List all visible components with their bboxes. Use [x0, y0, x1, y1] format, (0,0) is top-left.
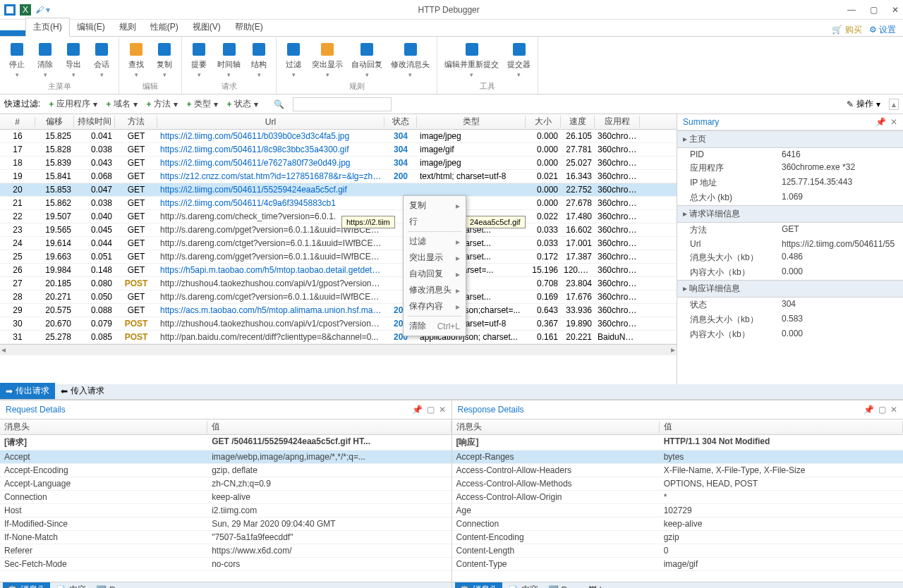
table-row[interactable]: 3125.2780.085POSThttp://pan.baidu.com/re… [0, 331, 677, 344]
filter-method[interactable]: +方法 ▾ [146, 98, 178, 110]
filter-app[interactable]: +应用程序 ▾ [49, 98, 97, 110]
ribbon-button[interactable]: 结构▾ [246, 39, 272, 80]
req-col-header[interactable]: 消息头 [0, 421, 207, 433]
context-menu-item[interactable]: 行 [405, 214, 464, 230]
grid-body[interactable]: 1615.8250.041GEThttps://i2.tiimg.com/504… [0, 130, 677, 344]
col-app[interactable]: 应用程 [595, 116, 640, 128]
tab-content[interactable]: 📄 内容 [504, 582, 543, 588]
table-row[interactable]: 2720.1850.080POSThttp://zhushou4.taokezh… [0, 277, 677, 290]
close-icon[interactable]: ✕ [890, 405, 897, 415]
ribbon-button[interactable]: 过滤▾ [281, 39, 306, 80]
tab-edit[interactable]: 编辑(E) [70, 18, 112, 36]
tab-image[interactable]: 🖼 Image [584, 584, 627, 589]
context-menu-item[interactable]: 自动回复▸ [405, 266, 464, 282]
ribbon-button[interactable]: 修改消息头▾ [388, 39, 432, 80]
detail-row[interactable]: Accept-Languagezh-CN,zh;q=0.9 [0, 477, 452, 491]
filter-type[interactable]: +类型 ▾ [186, 98, 218, 110]
ribbon-button[interactable]: 提要▾ [186, 39, 212, 80]
context-menu-item[interactable]: 保存内容▸ [405, 298, 464, 314]
table-row[interactable]: 1715.8280.038GEThttps://i2.tiimg.com/504… [0, 143, 677, 157]
detail-row[interactable]: Accept-Encodinggzip, deflate [0, 464, 452, 477]
file-tab[interactable] [0, 30, 25, 36]
table-row[interactable]: 1815.8390.043GEThttps://i2.tiimg.com/504… [0, 157, 677, 170]
col-status[interactable]: 状态 [384, 116, 417, 128]
summary-section-response[interactable]: 响应详细信息 [677, 280, 903, 298]
detail-row[interactable]: Access-Control-Allow-Origin* [452, 491, 904, 504]
detail-row[interactable]: Refererhttps://www.x6d.com/ [0, 544, 452, 558]
tab-performance[interactable]: 性能(P) [143, 18, 186, 36]
scroll-up-icon[interactable]: ▴ [889, 99, 899, 110]
search-input[interactable] [293, 97, 392, 111]
table-row[interactable]: 2015.8530.047GEThttps://i2.tiimg.com/504… [0, 183, 677, 197]
pin-icon[interactable]: 📌 [863, 405, 874, 415]
ribbon-button[interactable]: 提交器▾ [504, 39, 533, 80]
table-row[interactable]: 2115.8620.038GEThttps://i2.tiimg.com/504… [0, 197, 677, 210]
summary-section-request[interactable]: 请求详细信息 [677, 205, 903, 223]
table-row[interactable]: 1615.8250.041GEThttps://i2.tiimg.com/504… [0, 130, 677, 143]
filter-domain[interactable]: +域名 ▾ [106, 98, 138, 110]
restore-icon[interactable]: ▢ [878, 405, 886, 415]
col-type[interactable]: 类型 [417, 116, 526, 128]
detail-row[interactable]: If-Modified-SinceSun, 29 Mar 2020 09:04:… [0, 517, 452, 531]
ribbon-button[interactable]: 时间轴▾ [214, 39, 243, 80]
buy-link[interactable]: 🛒 购买 [832, 24, 861, 36]
ribbon-button[interactable]: 自动回复▾ [349, 39, 385, 80]
col-url[interactable]: Url [157, 117, 384, 127]
close-icon[interactable]: ✕ [439, 405, 446, 415]
tab-raw[interactable]: 🔤 Raw [92, 584, 131, 589]
detail-row[interactable]: If-None-Match"7507-5a1fa9feecddf" [0, 531, 452, 544]
excel-icon[interactable]: X [20, 4, 31, 16]
maximize-button[interactable]: ▢ [870, 5, 878, 15]
context-menu-item[interactable]: 复制▸ [405, 197, 464, 214]
ribbon-button[interactable]: 导出▾ [61, 39, 86, 80]
col-number[interactable]: # [0, 117, 35, 127]
detail-row[interactable]: Access-Control-Allow-HeadersX-File-Name,… [452, 464, 904, 477]
col-method[interactable]: 方法 [115, 116, 157, 128]
ribbon-button[interactable]: 停止▾ [4, 39, 30, 80]
detail-row[interactable]: Acceptimage/webp,image/apng,image/*,*/*;… [0, 451, 452, 464]
table-row[interactable]: 2920.5750.088GEThttps://acs.m.taobao.com… [0, 304, 677, 317]
ribbon-button[interactable]: 突出显示▾ [309, 39, 346, 80]
close-button[interactable]: ✕ [892, 5, 899, 15]
tab-raw[interactable]: 🔤 Raw [544, 584, 583, 589]
close-icon[interactable]: ✕ [890, 117, 897, 127]
tab-headers[interactable]: 📋 消息头 [455, 582, 502, 588]
context-menu-item[interactable]: 过滤▸ [405, 233, 464, 250]
ribbon-button[interactable]: 会话▾ [89, 39, 114, 80]
detail-row[interactable]: Content-Typeimage/gif [452, 558, 904, 571]
req-col-value[interactable]: 值 [207, 421, 451, 433]
tab-rules[interactable]: 规则 [112, 18, 143, 36]
table-row[interactable]: 2319.5650.045GEThttp://s.dareng.com/pget… [0, 223, 677, 237]
restore-icon[interactable]: ▢ [427, 405, 435, 415]
table-row[interactable]: 2519.6630.051GEThttp://s.dareng.com/gget… [0, 250, 677, 264]
detail-row[interactable]: Connectionkeep-alive [452, 517, 904, 531]
context-menu-item[interactable]: 突出显示▸ [405, 250, 464, 266]
col-offset[interactable]: 偏移 [35, 116, 74, 128]
tab-help[interactable]: 帮助(E) [228, 18, 270, 36]
table-row[interactable]: 2619.9840.148GEThttps://h5api.m.taobao.c… [0, 264, 677, 277]
ribbon-button[interactable]: 编辑并重新提交▾ [442, 39, 502, 80]
table-row[interactable]: 2820.2710.050GEThttp://s.dareng.com/cget… [0, 290, 677, 304]
ribbon-button[interactable]: 清除▾ [32, 39, 58, 80]
context-menu-item[interactable]: 修改消息头▸ [405, 282, 464, 298]
detail-row[interactable]: Connectionkeep-alive [0, 491, 452, 504]
detail-row[interactable]: Content-Length0 [452, 544, 904, 558]
tab-content[interactable]: 📄 内容 [51, 582, 90, 588]
col-speed[interactable]: 速度 [561, 116, 595, 128]
tab-incoming[interactable]: ⬅ 传入请求 [55, 383, 110, 399]
res-col-value[interactable]: 值 [660, 421, 903, 433]
detail-row[interactable]: Hosti2.tiimg.com [0, 504, 452, 517]
tab-headers[interactable]: 📋 消息头 [3, 582, 50, 588]
table-row[interactable]: 1915.8410.068GEThttps://z12.cnzz.com/sta… [0, 170, 677, 183]
detail-row[interactable]: Access-Control-Allow-MethodsOPTIONS, HEA… [452, 477, 904, 491]
detail-row[interactable]: Age102729 [452, 504, 904, 517]
context-menu-item[interactable]: 清除Ctrl+L [405, 318, 464, 334]
horizontal-scrollbar[interactable] [0, 344, 677, 355]
detail-row[interactable]: [请求]GET /504611/55259424eaa5c5cf.gif HT.… [0, 435, 452, 451]
ribbon-button[interactable]: 复制▾ [152, 39, 177, 80]
search-icon[interactable]: 🔍 [274, 99, 284, 109]
minimize-button[interactable]: — [847, 5, 856, 15]
pin-icon[interactable]: 📌 [875, 117, 886, 127]
tab-home[interactable]: 主页(H) [25, 18, 70, 37]
table-row[interactable]: 3020.6700.079POSThttp://zhushou4.taokezh… [0, 317, 677, 331]
